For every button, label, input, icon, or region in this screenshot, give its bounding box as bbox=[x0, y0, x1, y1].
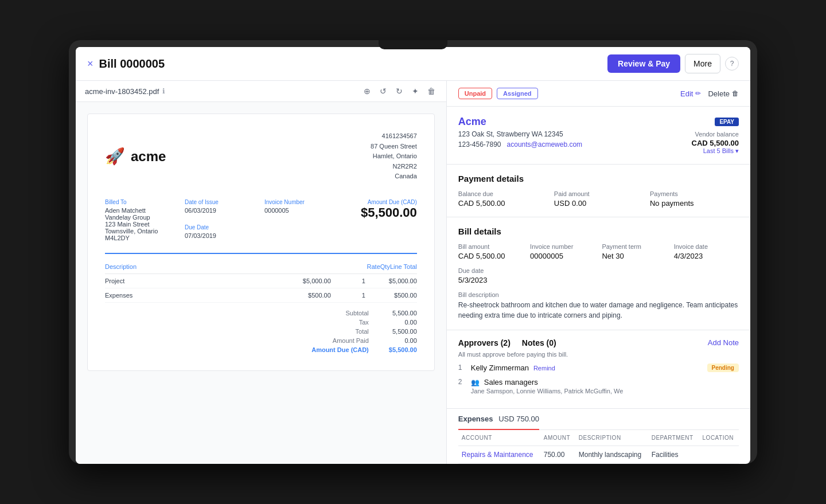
edit-pencil-icon: ✏ bbox=[695, 89, 701, 97]
laptop-screen: × Bill 0000005 Review & Pay More ? acme-… bbox=[76, 47, 750, 464]
approvers-subtitle: All must approve before paying this bill… bbox=[458, 351, 739, 358]
laptop-frame: × Bill 0000005 Review & Pay More ? acme-… bbox=[69, 40, 757, 464]
review-pay-button[interactable]: Review & Pay bbox=[607, 54, 680, 73]
invoice-address: 4161234567 87 Queen Street Hamlet, Ontar… bbox=[371, 131, 417, 182]
expenses-table-header-row: Account Amount Description Department Lo… bbox=[458, 430, 739, 446]
notes-title: Notes (0) bbox=[522, 338, 556, 347]
approvers-section: Approvers (2) Notes (0) Add Note All mus… bbox=[447, 330, 750, 409]
top-bar-actions: Review & Pay More ? bbox=[607, 54, 739, 73]
invoice-row-expenses: Expenses $500.00 1 $500.00 bbox=[105, 288, 417, 303]
group-icon: 👥 bbox=[471, 378, 480, 386]
star-icon[interactable]: ✦ bbox=[410, 85, 421, 97]
balance-due: Balance due CAD 5,500.00 bbox=[458, 190, 547, 208]
right-panel-header: Unpaid Assigned Edit ✏ Delete 🗑 bbox=[447, 81, 750, 107]
payment-details-grid: Balance due CAD 5,500.00 Paid amount USD… bbox=[458, 190, 739, 208]
rocket-icon: 🚀 bbox=[105, 147, 125, 166]
invoice-row-project: Project $5,000.00 1 $5,000.00 bbox=[105, 274, 417, 288]
bill-amount: Bill amount CAD 5,500.00 bbox=[458, 243, 523, 260]
approvers-header: Approvers (2) Notes (0) Add Note bbox=[458, 338, 739, 347]
top-bar: × Bill 0000005 Review & Pay More ? bbox=[76, 47, 750, 81]
approver-item-1: 1 Kelly Zimmerman Remind Pending bbox=[458, 364, 739, 372]
expenses-tab-amount: USD 750.00 bbox=[498, 415, 539, 423]
col-description: Description bbox=[575, 430, 648, 446]
zoom-in-icon[interactable]: ⊕ bbox=[361, 85, 373, 97]
bill-description: Bill description Re-sheetrock bathroom a… bbox=[458, 291, 739, 321]
status-badge-assigned: Assigned bbox=[497, 88, 538, 99]
expense-department: Facilities bbox=[648, 446, 699, 464]
invoice-document: 🚀 acme 4161234567 87 Queen Street Hamlet… bbox=[87, 114, 435, 371]
approver-members: Jane Samspon, Lonnie Williams, Patrick M… bbox=[471, 388, 739, 394]
pdf-toolbar-icons: ⊕ ↺ ↻ ✦ 🗑 bbox=[361, 85, 437, 97]
bill-details-section: Bill details Bill amount CAD 5,500.00 In… bbox=[447, 217, 750, 330]
invoice-table-header: Description Rate Qty Line Total bbox=[105, 260, 417, 274]
remind-link-1[interactable]: Remind bbox=[533, 365, 555, 372]
help-icon[interactable]: ? bbox=[725, 57, 739, 71]
right-panel: Unpaid Assigned Edit ✏ Delete 🗑 bbox=[447, 81, 750, 464]
col-account: Account bbox=[458, 430, 540, 446]
approvers-title: Approvers (2) bbox=[458, 338, 511, 347]
expense-account: Repairs & Maintanence bbox=[458, 446, 540, 464]
invoice-amount-due: Amount Due (CAD) $5,500.00 bbox=[344, 199, 417, 241]
rotate-left-icon[interactable]: ↺ bbox=[377, 85, 389, 97]
right-header-actions: Edit ✏ Delete 🗑 bbox=[680, 89, 739, 98]
vendor-right: EPAY Vendor balance CAD 5,500.00 Last 5 … bbox=[692, 116, 739, 155]
col-location: Location bbox=[699, 430, 739, 446]
date-of-issue: Date of Issue 06/03/2019 Due Date 07/03/… bbox=[185, 199, 258, 241]
page-title: Bill 0000005 bbox=[99, 57, 608, 71]
expense-description: Monthly landscaping bbox=[575, 446, 648, 464]
col-amount: Amount bbox=[540, 430, 575, 446]
info-icon[interactable]: ℹ bbox=[162, 87, 165, 95]
rotate-right-icon[interactable]: ↻ bbox=[393, 85, 405, 97]
company-name: acme bbox=[131, 149, 166, 165]
more-button[interactable]: More bbox=[685, 54, 720, 73]
laptop-notch bbox=[379, 40, 447, 49]
expense-location bbox=[699, 446, 739, 464]
epay-badge: EPAY bbox=[715, 118, 739, 126]
expenses-tab-item[interactable]: Expenses USD 750.00 bbox=[458, 409, 539, 430]
invoice-number: Invoice Number 0000005 bbox=[264, 199, 337, 241]
vendor-email[interactable]: acounts@acmeweb.com bbox=[507, 140, 583, 149]
vendor-contact: 123-456-7890 acounts@acmeweb.com bbox=[458, 140, 582, 149]
vendor-address: 123 Oak St, Strawberry WA 12345 bbox=[458, 130, 582, 138]
add-note-button[interactable]: Add Note bbox=[708, 338, 739, 347]
delete-trash-icon: 🗑 bbox=[732, 89, 739, 97]
pending-badge-1: Pending bbox=[707, 364, 739, 372]
invoice-number-detail: Invoice number 00000005 bbox=[530, 243, 595, 260]
trash-icon[interactable]: 🗑 bbox=[426, 85, 437, 97]
status-badge-unpaid: Unpaid bbox=[458, 88, 492, 99]
close-button[interactable]: × bbox=[87, 58, 93, 70]
due-date-row: Due date 5/3/2023 bbox=[458, 267, 739, 284]
invoice-meta: Billed To Aden Matchett Vandelay Group 1… bbox=[105, 199, 417, 241]
billed-to: Billed To Aden Matchett Vandelay Group 1… bbox=[105, 199, 178, 241]
pdf-panel: acme-inv-1803452.pdf ℹ ⊕ ↺ ↻ ✦ 🗑 bbox=[76, 81, 447, 464]
delete-button[interactable]: Delete 🗑 bbox=[708, 89, 739, 98]
expense-amount: 750.00 bbox=[540, 446, 575, 464]
expenses-tab: Expenses USD 750.00 bbox=[458, 409, 739, 430]
invoice-totals: Subtotal 5,500.00 Tax 0.00 Total 5,500.0… bbox=[105, 310, 417, 353]
expenses-section: Expenses USD 750.00 Account Amount Descr… bbox=[447, 409, 750, 464]
invoice-date: Invoice date 4/3/2023 bbox=[674, 243, 739, 260]
last-bills-link[interactable]: Last 5 Bills ▾ bbox=[692, 147, 739, 155]
main-content: acme-inv-1803452.pdf ℹ ⊕ ↺ ↻ ✦ 🗑 bbox=[76, 81, 750, 464]
edit-button[interactable]: Edit ✏ bbox=[680, 89, 701, 98]
invoice-totals-grid: Subtotal 5,500.00 Tax 0.00 Total 5,500.0… bbox=[311, 310, 417, 353]
invoice-logo: 🚀 acme bbox=[105, 131, 166, 182]
invoice-header: 🚀 acme 4161234567 87 Queen Street Hamlet… bbox=[105, 131, 417, 182]
bill-description-text: Re-sheetrock bathroom and kitchen due to… bbox=[458, 300, 739, 321]
expenses-table: Account Amount Description Department Lo… bbox=[458, 430, 739, 464]
vendor-name: Acme bbox=[458, 116, 582, 128]
expenses-row-1: Repairs & Maintanence 750.00 Monthly lan… bbox=[458, 446, 739, 464]
payment-details-section: Payment details Balance due CAD 5,500.00… bbox=[447, 165, 750, 217]
vendor-info: Acme 123 Oak St, Strawberry WA 12345 123… bbox=[458, 116, 582, 149]
vendor-section: Acme 123 Oak St, Strawberry WA 12345 123… bbox=[447, 107, 750, 165]
bill-details-grid: Bill amount CAD 5,500.00 Invoice number … bbox=[458, 243, 739, 260]
pdf-toolbar: acme-inv-1803452.pdf ℹ ⊕ ↺ ↻ ✦ 🗑 bbox=[76, 81, 446, 102]
pdf-content: 🚀 acme 4161234567 87 Queen Street Hamlet… bbox=[76, 102, 446, 464]
col-department: Department bbox=[648, 430, 699, 446]
approver-item-2: 2 👥 Sales managers Jane Samspon, Lonnie … bbox=[458, 378, 739, 394]
paid-amount: Paid amount USD 0.00 bbox=[554, 190, 643, 208]
pdf-filename: acme-inv-1803452.pdf ℹ bbox=[85, 87, 356, 96]
payments: Payments No payments bbox=[650, 190, 739, 208]
payment-term: Payment term Net 30 bbox=[602, 243, 667, 260]
